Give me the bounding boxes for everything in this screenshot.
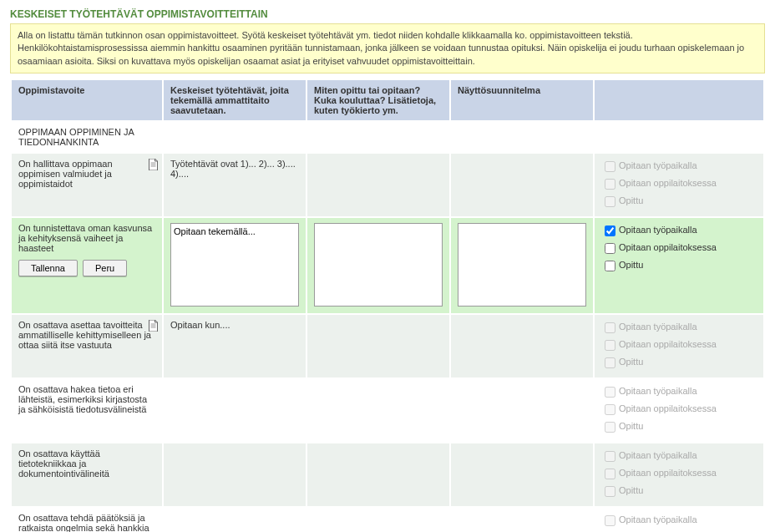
save-button[interactable]: Tallenna bbox=[18, 260, 78, 276]
checkbox-workplace-input[interactable] bbox=[605, 225, 615, 236]
tasks-cell bbox=[164, 508, 306, 532]
tasks-cell: Työtehtävät ovat 1)... 2)... 3).... 4)..… bbox=[164, 154, 306, 216]
tasks-cell bbox=[164, 379, 306, 442]
checkbox-institution: Opitaan oppilaitoksessa bbox=[601, 176, 757, 192]
demo-cell bbox=[451, 443, 593, 506]
goals-table: Oppimistavoite Keskeiset työtehtävät, jo… bbox=[10, 79, 765, 532]
checkbox-learned: Opittu bbox=[601, 419, 757, 435]
tasks-cell: Opitaan kun.... bbox=[164, 315, 306, 377]
checkbox-workplace-input bbox=[605, 451, 615, 462]
goal-cell[interactable]: On hallittava oppimaan oppimisen valmiud… bbox=[12, 154, 162, 216]
demo-textarea[interactable] bbox=[458, 223, 586, 307]
header-how: Miten opittu tai opitaan? Kuka kouluttaa… bbox=[307, 80, 449, 120]
options-cell: Opitaan työpaikallaOpitaan oppilaitokses… bbox=[595, 379, 763, 442]
checkbox-workplace-input bbox=[605, 322, 615, 333]
checkbox-institution-input[interactable] bbox=[605, 243, 615, 254]
how-cell bbox=[307, 443, 449, 506]
header-goal: Oppimistavoite bbox=[12, 80, 162, 120]
checkbox-learned-input bbox=[605, 486, 615, 497]
options-cell: Opitaan työpaikallaOpitaan oppilaitokses… bbox=[595, 508, 763, 532]
checkbox-institution-input bbox=[605, 179, 615, 190]
demo-cell bbox=[451, 508, 593, 532]
checkbox-workplace: Opitaan työpaikalla bbox=[601, 159, 757, 175]
options-cell-active: Opitaan työpaikallaOpitaan oppilaitokses… bbox=[595, 218, 763, 313]
checkbox-learned-input bbox=[605, 422, 615, 433]
checkbox-workplace[interactable]: Opitaan työpaikalla bbox=[601, 223, 757, 239]
checkbox-learned-input[interactable] bbox=[605, 261, 615, 271]
how-cell bbox=[307, 379, 449, 442]
checkbox-workplace: Opitaan työpaikalla bbox=[601, 448, 757, 464]
cancel-button[interactable]: Peru bbox=[83, 260, 127, 276]
demo-cell bbox=[451, 315, 593, 377]
how-cell bbox=[307, 508, 449, 532]
checkbox-learned: Opittu bbox=[601, 484, 757, 499]
goal-cell-active: On tunnistettava oman kasvunsa ja kehity… bbox=[12, 218, 162, 313]
checkbox-institution-input bbox=[605, 404, 615, 415]
how-cell bbox=[307, 315, 449, 377]
checkbox-learned: Opittu bbox=[601, 194, 757, 210]
checkbox-institution-input bbox=[605, 340, 615, 351]
options-cell: Opitaan työpaikallaOpitaan oppilaitokses… bbox=[595, 443, 763, 506]
intro-box: Alla on listattu tämän tutkinnon osan op… bbox=[10, 23, 765, 73]
checkbox-learned-input bbox=[605, 357, 615, 368]
document-icon bbox=[148, 320, 159, 332]
section-heading: OPPIMAAN OPPIMINEN JA TIEDONHANKINTA bbox=[12, 122, 162, 152]
checkbox-learned[interactable]: Opittu bbox=[601, 258, 757, 274]
goal-cell[interactable]: On osattava käyttää tietotekniikkaa ja d… bbox=[12, 443, 162, 506]
checkbox-institution[interactable]: Opitaan oppilaitoksessa bbox=[601, 241, 757, 256]
goal-cell[interactable]: On osattava tehdä päätöksiä ja ratkaista… bbox=[12, 508, 162, 532]
checkbox-workplace-input bbox=[605, 161, 615, 172]
checkbox-institution: Opitaan oppilaitoksessa bbox=[601, 402, 757, 418]
checkbox-workplace-input bbox=[605, 515, 615, 526]
options-cell: Opitaan työpaikallaOpitaan oppilaitokses… bbox=[595, 154, 763, 216]
checkbox-institution: Opitaan oppilaitoksessa bbox=[601, 337, 757, 353]
tasks-textarea[interactable]: Opitaan tekemällä... bbox=[170, 223, 299, 307]
header-options bbox=[595, 80, 763, 120]
demo-cell bbox=[451, 154, 593, 216]
section-title: KESKEISET TYÖTEHTÄVÄT OPPIMISTAVOITTEITT… bbox=[10, 8, 765, 20]
checkbox-workplace-input bbox=[605, 387, 615, 398]
checkbox-workplace: Opitaan työpaikalla bbox=[601, 320, 757, 336]
goal-cell[interactable]: On osattava hakea tietoa eri lähteistä, … bbox=[12, 379, 162, 442]
how-cell bbox=[307, 154, 449, 216]
how-textarea[interactable] bbox=[314, 223, 443, 307]
checkbox-learned: Opittu bbox=[601, 355, 757, 371]
options-cell: Opitaan työpaikallaOpitaan oppilaitokses… bbox=[595, 315, 763, 377]
header-demo: Näyttösuunnitelma bbox=[451, 80, 593, 120]
checkbox-institution-input bbox=[605, 469, 615, 479]
checkbox-workplace: Opitaan työpaikalla bbox=[601, 513, 757, 529]
demo-cell bbox=[451, 379, 593, 442]
tasks-cell bbox=[164, 443, 306, 506]
goal-cell[interactable]: On osattava asettaa tavoitteita ammatill… bbox=[12, 315, 162, 377]
checkbox-institution: Opitaan oppilaitoksessa bbox=[601, 466, 757, 482]
checkbox-workplace: Opitaan työpaikalla bbox=[601, 384, 757, 400]
header-tasks: Keskeiset työtehtävät, joita tekemällä a… bbox=[164, 80, 306, 120]
checkbox-learned-input bbox=[605, 196, 615, 207]
document-icon bbox=[148, 159, 159, 170]
